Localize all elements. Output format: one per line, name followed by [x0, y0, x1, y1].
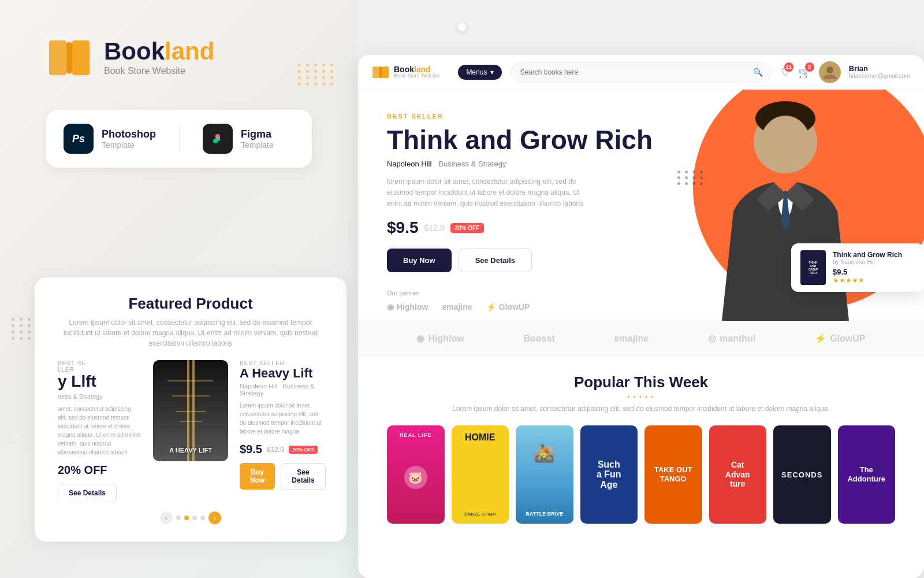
right-panel: Bookland Book Store Website Menus ▾ 🔍 ♡ … — [358, 55, 924, 578]
carousel-dot-2[interactable] — [184, 516, 189, 520]
featured-book-left: BEST SELLER y Llft ness & Strategy amet,… — [58, 360, 141, 502]
mini-book-info: Think and Grow Rich by Napoleon Hill $9.… — [833, 251, 902, 284]
search-input[interactable] — [520, 68, 748, 76]
boosst-bar-label: Boosst — [524, 334, 555, 344]
carousel-dot-4[interactable] — [200, 516, 205, 520]
popular-title: Popular This Week — [387, 373, 895, 391]
user-email: briancorner@gmail.com — [849, 73, 910, 80]
nav-brand-text: Bookland Book Store Website — [394, 65, 439, 79]
carousel-dot-1[interactable] — [176, 516, 181, 520]
user-name: Brian — [849, 64, 910, 73]
highlow-bar-label: Highlow — [428, 334, 464, 344]
featured-book-image-container: A HEAVY LIFT — [153, 360, 228, 461]
book-card-take-out-tango[interactable]: TAKE OUT TANGO — [644, 425, 702, 524]
cart-icon-wrapper[interactable]: 🛒 5 — [798, 66, 811, 79]
partner-bar-emajine: emajine — [614, 334, 649, 344]
photoshop-template-card[interactable]: Ps Photoshop Template — [64, 124, 156, 154]
featured-book-title: y Llft — [58, 373, 141, 391]
hero-section: BEST SELLER Think and Grow Rich Napoleon… — [358, 90, 924, 321]
featured-desc: Lorem ipsum dolor sit amet, consectetur … — [58, 317, 323, 349]
glowup-bar-label: GlowUP — [830, 334, 865, 344]
svg-point-5 — [826, 66, 833, 73]
search-bar: 🔍 — [511, 62, 771, 82]
featured-right-old-price: $12.0 — [267, 446, 284, 454]
featured-category-label: BEST SELLER — [58, 360, 141, 373]
featured-see-button[interactable]: See Details — [58, 484, 117, 502]
hero-category: Business & Strategy — [438, 160, 506, 168]
user-avatar[interactable] — [819, 61, 841, 83]
heavy-lift-cover: A HEAVY LIFT — [153, 360, 228, 461]
figma-name: Figma — [241, 128, 274, 140]
emajine-bar-label: emajine — [614, 334, 649, 344]
book-card-cat-adventure[interactable]: CatAdvanture — [709, 425, 767, 524]
hero-see-button[interactable]: See Details — [459, 249, 532, 272]
menus-button[interactable]: Menus ▾ — [458, 65, 502, 80]
partners-bar: ◉ Highlow Boosst emajine ◎ manthul ⚡ Glo… — [358, 321, 924, 356]
featured-right-meta: Napoleon Hill Business & Strategy — [240, 383, 323, 397]
svg-rect-4 — [382, 66, 389, 78]
highlow-label: Highlow — [397, 302, 428, 312]
svg-rect-0 — [49, 40, 66, 75]
scroll-indicator — [458, 23, 466, 31]
brand-logo-icon — [46, 35, 92, 81]
featured-price: 20% OFF — [58, 464, 107, 477]
hero-title: Think and Grow Rich — [387, 125, 664, 155]
highlow-icon: ◉ — [387, 302, 394, 312]
navbar: Bookland Book Store Website Menus ▾ 🔍 ♡ … — [358, 55, 924, 90]
wishlist-badge: 21 — [784, 62, 793, 72]
ps-sub: Template — [102, 140, 156, 150]
hero-sale-badge: 20% OFF — [450, 223, 485, 233]
hero-meta: Napoleon Hill Business & Strategy — [387, 160, 664, 168]
partner-bar-glowup: ⚡ GlowUP — [815, 333, 865, 344]
hero-partners: Our partner ◉ Highlow emajine ⚡ GlowUP — [387, 290, 664, 312]
hero-book-card: THINKANDGROWRICH Think and Grow Rich by … — [791, 243, 924, 292]
book-card-battle-drive[interactable]: BATTLE DRIVE 🚵 — [516, 425, 573, 524]
mini-book-price: $9.5 — [833, 268, 902, 276]
book-card-homie[interactable]: HOMIE DANZE STIMH — [452, 425, 509, 524]
featured-right-badge: 20% OFF — [289, 446, 318, 454]
figma-sub: Template — [241, 140, 274, 150]
search-icon[interactable]: 🔍 — [753, 68, 763, 77]
popular-desc: Lorem ipsum dolor sit amet, consectetur … — [387, 403, 895, 414]
book-card-adventure[interactable]: TheAddonture — [838, 425, 896, 524]
highlow-bar-icon: ◉ — [416, 333, 424, 344]
book-card-seconds[interactable]: SECONDS — [773, 425, 831, 524]
mini-book-author: by Napoleon Hill — [833, 259, 902, 265]
emajine-label: emajine — [442, 302, 472, 312]
popular-section: Popular This Week • • • • • Lorem ipsum … — [358, 356, 924, 535]
nav-brand-sub: Book Store Website — [394, 73, 439, 79]
featured-section: Featured Product Lorem ipsum dolor sit a… — [35, 277, 346, 542]
partner-glowup: ⚡ GlowUP — [486, 302, 530, 312]
hero-buttons: Buy Now See Details — [387, 249, 664, 272]
glowup-bar-icon: ⚡ — [815, 333, 826, 344]
dots-decoration-top-right — [298, 64, 335, 86]
featured-books: BEST SELLER y Llft ness & Strategy amet,… — [58, 360, 323, 502]
template-divider — [179, 124, 180, 154]
mini-book-cover: THINKANDGROWRICH — [800, 250, 826, 285]
svg-point-8 — [760, 116, 811, 173]
carousel-dot-3[interactable] — [192, 516, 197, 520]
hero-tag: BEST SELLER — [387, 113, 664, 120]
figma-template-card[interactable]: Figma Template — [203, 124, 274, 154]
carousel-prev[interactable]: ‹ — [160, 512, 173, 524]
book-card-real-life[interactable]: REAL LIFE 🐷 — [387, 425, 445, 524]
carousel-next[interactable]: › — [208, 512, 221, 524]
wishlist-icon-wrapper[interactable]: ♡ 21 — [781, 66, 790, 79]
glowup-label: GlowUP — [499, 302, 530, 312]
svg-rect-1 — [72, 40, 90, 75]
partner-highlow: ◉ Highlow — [387, 302, 428, 312]
partners-label: Our partner — [387, 290, 664, 297]
hero-description: lorem ipsum dolor sit amet, consectetur … — [387, 176, 595, 210]
featured-buy-button[interactable]: Buy Now — [240, 463, 275, 490]
star-rating: ★★★★★ — [833, 276, 902, 284]
hero-buy-button[interactable]: Buy Now — [387, 249, 452, 272]
carousel-controls: ‹ › — [58, 512, 323, 524]
partner-emajine: emajine — [442, 302, 472, 312]
featured-see-button-right[interactable]: See Details — [281, 463, 325, 490]
hero-author: Napoleon Hill — [387, 160, 431, 168]
figma-icon — [203, 124, 233, 154]
brand-section: Bookland Book Store Website — [46, 35, 312, 81]
partner-bar-highlow: ◉ Highlow — [416, 333, 464, 344]
book-card-fun-age[interactable]: Sucha FunAge — [580, 425, 638, 524]
left-panel: Bookland Book Store Website Ps Photoshop… — [0, 0, 358, 578]
